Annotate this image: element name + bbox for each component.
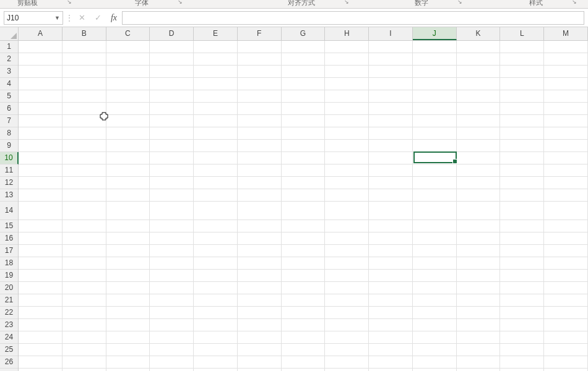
cell[interactable] (500, 103, 544, 115)
cell[interactable] (238, 53, 282, 66)
cell[interactable] (282, 152, 326, 164)
row-header[interactable]: 14 (0, 202, 18, 220)
cell[interactable] (325, 90, 369, 103)
cell[interactable] (369, 270, 413, 282)
cell[interactable] (457, 270, 501, 282)
cell[interactable] (19, 103, 63, 115)
cell[interactable] (500, 245, 544, 257)
cell[interactable] (369, 41, 413, 53)
cell[interactable] (325, 152, 369, 164)
cell[interactable] (238, 78, 282, 90)
dialog-launcher-icon[interactable]: ↘ (344, 0, 349, 5)
cell[interactable] (544, 189, 588, 202)
row-header[interactable]: 23 (0, 319, 18, 331)
cell[interactable] (500, 78, 544, 90)
cell[interactable] (500, 202, 544, 220)
cell[interactable] (19, 53, 63, 66)
cell[interactable] (544, 307, 588, 319)
cell[interactable] (282, 282, 326, 294)
cell[interactable] (194, 344, 238, 356)
cell[interactable] (413, 331, 457, 344)
select-all-corner[interactable] (0, 27, 19, 41)
cell[interactable] (457, 319, 501, 331)
cell[interactable] (500, 282, 544, 294)
cell[interactable] (63, 294, 106, 307)
cell[interactable] (19, 270, 63, 282)
cell[interactable] (369, 152, 413, 164)
cell[interactable] (413, 103, 457, 115)
cell[interactable] (106, 103, 150, 115)
cell[interactable] (457, 90, 501, 103)
cell[interactable] (500, 115, 544, 127)
row-header[interactable]: 20 (0, 282, 18, 294)
cell[interactable] (413, 202, 457, 220)
cell[interactable] (19, 369, 63, 371)
cell[interactable] (369, 232, 413, 245)
dialog-launcher-icon[interactable]: ↘ (572, 0, 577, 5)
cell[interactable] (500, 344, 544, 356)
row-header[interactable]: 3 (0, 66, 18, 78)
cell[interactable] (325, 127, 369, 140)
name-box-dropdown-icon[interactable]: ▼ (53, 15, 60, 21)
cell[interactable] (150, 331, 194, 344)
cell[interactable] (457, 257, 501, 270)
cell[interactable] (500, 257, 544, 270)
dialog-launcher-icon[interactable]: ↘ (67, 0, 72, 5)
cell[interactable] (500, 307, 544, 319)
cell[interactable] (282, 344, 326, 356)
cell[interactable] (325, 282, 369, 294)
cell[interactable] (457, 41, 501, 53)
cell[interactable] (369, 202, 413, 220)
cell[interactable] (106, 90, 150, 103)
insert-function-button[interactable]: fx (106, 11, 122, 25)
cell[interactable] (106, 270, 150, 282)
cell[interactable] (150, 103, 194, 115)
cell[interactable] (19, 41, 63, 53)
cell[interactable] (413, 140, 457, 152)
row-header[interactable]: 16 (0, 232, 18, 245)
cell[interactable] (106, 356, 150, 369)
cell[interactable] (63, 257, 106, 270)
cell[interactable] (325, 245, 369, 257)
cell[interactable] (413, 152, 457, 164)
cell[interactable] (238, 127, 282, 140)
cell[interactable] (500, 90, 544, 103)
cell[interactable] (544, 282, 588, 294)
cell[interactable] (282, 307, 326, 319)
cell[interactable] (63, 270, 106, 282)
name-box[interactable]: J10 ▼ (4, 11, 63, 25)
cell[interactable] (63, 140, 106, 152)
cell[interactable] (106, 307, 150, 319)
column-header[interactable]: H (325, 27, 369, 40)
cell[interactable] (325, 164, 369, 177)
enter-button[interactable]: ✓ (90, 11, 106, 25)
cell[interactable] (150, 164, 194, 177)
cell[interactable] (19, 78, 63, 90)
cell[interactable] (106, 282, 150, 294)
cell[interactable] (63, 53, 106, 66)
cell[interactable] (150, 294, 194, 307)
column-header[interactable]: A (19, 27, 63, 40)
cell[interactable] (238, 307, 282, 319)
cell[interactable] (194, 282, 238, 294)
cell[interactable] (500, 140, 544, 152)
cell[interactable] (63, 164, 106, 177)
cell[interactable] (544, 53, 588, 66)
cancel-button[interactable]: ✕ (74, 11, 90, 25)
cell[interactable] (325, 294, 369, 307)
cell[interactable] (19, 294, 63, 307)
cell[interactable] (369, 189, 413, 202)
cell[interactable] (500, 294, 544, 307)
row-header[interactable]: 25 (0, 344, 18, 356)
cell[interactable] (544, 331, 588, 344)
cell[interactable] (19, 127, 63, 140)
cell[interactable] (19, 90, 63, 103)
cell[interactable] (106, 331, 150, 344)
cell[interactable] (544, 294, 588, 307)
cell[interactable] (106, 257, 150, 270)
cell[interactable] (238, 294, 282, 307)
cell[interactable] (282, 220, 326, 232)
cell[interactable] (500, 356, 544, 369)
cell[interactable] (106, 152, 150, 164)
cell[interactable] (282, 103, 326, 115)
